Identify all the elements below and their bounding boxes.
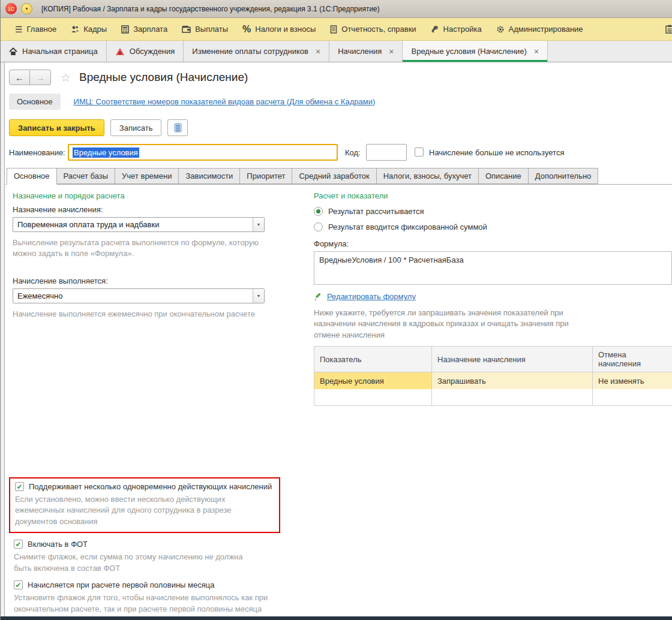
chevron-down-icon[interactable]: ▼ [253, 289, 264, 303]
form-tab-opisanie[interactable]: Описание [479, 168, 529, 184]
section-menu-bar: ☰ Главное Кадры Зарплата Выплаты % Налог… [1, 18, 672, 41]
purpose-label: Назначение начисления: [13, 205, 289, 214]
list-button[interactable] [167, 119, 188, 136]
clipboard-icon[interactable] [665, 25, 672, 34]
cell-assignment[interactable]: Запрашивать [432, 372, 593, 389]
discussion-warning-icon: А [115, 47, 125, 56]
menu-item-vyplaty[interactable]: Выплаты [176, 21, 234, 37]
list-icon [174, 123, 182, 133]
percent-icon: % [242, 25, 251, 34]
cell-cancellation[interactable]: Не изменять [593, 372, 672, 389]
form-tab-uchet-vremeni[interactable]: Учет времени [115, 168, 179, 184]
save-button[interactable]: Записать [110, 119, 162, 136]
option-include-fot: ✔ Включать в ФОТ Снимите флажок, если су… [14, 540, 289, 574]
menu-item-administrirovanie[interactable]: Администрирование [490, 21, 589, 37]
menu-item-otchetnost[interactable]: Отчетность, справки [324, 21, 422, 37]
cell-indicator[interactable]: Вредные условия [314, 372, 432, 389]
tab-home[interactable]: Начальная страница [1, 41, 107, 62]
radio-result-calculated[interactable]: Результат рассчитывается [314, 207, 672, 216]
checked-checkbox[interactable]: ✔ [14, 540, 23, 549]
edit-formula-link[interactable]: Редактировать формулу [327, 292, 416, 301]
form-tab-osnovnoe[interactable]: Основное [7, 168, 57, 185]
menu-item-nastroika[interactable]: Настройка [425, 21, 488, 37]
main-menu-arrow-button[interactable]: ▼ [21, 3, 32, 14]
checked-checkbox[interactable]: ✔ [15, 482, 24, 491]
form-tab-raschet-bazy[interactable]: Расчет базы [57, 168, 116, 184]
form-tab-sredniy-zarabotok[interactable]: Средний заработок [292, 168, 376, 184]
form-tab-nalogi[interactable]: Налоги, взносы, бухучет [377, 168, 479, 184]
form-tab-dopolnitelno[interactable]: Дополнительно [529, 168, 599, 184]
tab-label: Вредные условия (Начисление) [411, 47, 526, 56]
command-bar: Записать и закрыть Записать [9, 119, 672, 137]
purpose-column: Назначение и порядок расчета Назначение … [13, 191, 289, 320]
calculation-section-title: Расчет и показатели [314, 191, 672, 200]
navigation-row: ← → ☆ Вредные условия (Начисление) [9, 68, 672, 86]
menu-item-label: Администрирование [509, 25, 583, 34]
reports-icon [330, 25, 337, 34]
multiple-accruals-checkbox-row[interactable]: ✔ Поддерживает несколько одновременно де… [15, 482, 274, 491]
performed-label: Начисление выполняется: [13, 276, 289, 285]
menu-item-label: Отчетность, справки [341, 25, 416, 34]
radio-selected-icon [314, 207, 323, 216]
forward-button[interactable]: → [30, 70, 51, 85]
code-input[interactable] [366, 144, 407, 161]
menu-item-glavnoe[interactable]: ☰ Главное [9, 21, 62, 37]
svg-text:А: А [118, 50, 122, 56]
tab-vrednye-usloviya[interactable]: Вредные условия (Начисление) × [403, 41, 548, 62]
name-input[interactable]: Вредные условия [68, 144, 338, 161]
purpose-hint: Вычисление результата расчета выполняетс… [13, 237, 272, 260]
close-icon[interactable]: × [389, 47, 394, 56]
tab-label: Начисления [338, 47, 382, 56]
tab-discussions[interactable]: А Обсуждения [107, 41, 184, 62]
col-header-indicator[interactable]: Показатель [314, 347, 432, 372]
section-main-chip[interactable]: Основное [9, 94, 61, 110]
chevron-down-icon[interactable]: ▼ [253, 218, 264, 231]
salary-icon [121, 25, 129, 34]
favorite-star-icon[interactable]: ☆ [61, 71, 71, 85]
tab-label: Начальная страница [22, 47, 98, 56]
name-value-selected: Вредные условия [73, 148, 139, 158]
checkbox-label: Начисляется при расчете первой половины … [28, 580, 214, 589]
tab-izmenenie-oplaty[interactable]: Изменение оплаты сотрудников × [184, 41, 329, 62]
payments-icon [182, 25, 191, 33]
form-tab-prioritet[interactable]: Приоритет [240, 168, 292, 184]
tab-nachisleniya[interactable]: Начисления × [329, 41, 403, 62]
radio-label: Результат вводится фиксированной суммой [328, 222, 487, 231]
back-button[interactable]: ← [9, 70, 30, 85]
menu-item-nalogi[interactable]: % Налоги и взносы [236, 21, 322, 38]
col-header-cancellation[interactable]: Отмена начисления [593, 347, 672, 372]
menu-item-label: Зарплата [133, 25, 167, 34]
performed-value: Ежемесячно [13, 289, 253, 303]
indicators-table: Показатель Назначение начисления Отмена … [314, 346, 672, 406]
tab-page-osnovnoe: Назначение и порядок расчета Назначение … [5, 184, 672, 620]
option-first-half-month: ✔ Начисляется при расчете первой половин… [14, 580, 289, 615]
include-fot-hint: Снимите флажок, если сумма по этому начи… [14, 552, 249, 574]
save-and-close-button[interactable]: Записать и закрыть [9, 119, 104, 136]
menu-item-label: Главное [27, 25, 57, 34]
close-icon[interactable]: × [534, 47, 539, 56]
formula-input[interactable]: ВредныеУсловия / 100 * РасчетнаяБаза [314, 251, 672, 285]
home-icon [9, 47, 17, 56]
purpose-value: Повременная оплата труда и надбавки [13, 218, 253, 231]
radio-result-fixed[interactable]: Результат вводится фиксированной суммой [314, 222, 672, 231]
menu-item-kadry[interactable]: Кадры [65, 21, 113, 37]
not-used-checkbox[interactable] [415, 148, 424, 156]
performed-select[interactable]: Ежемесячно ▼ [13, 288, 265, 303]
not-used-label: Начисление больше не используется [429, 148, 564, 157]
imts-link[interactable]: ИМЦ: Соответствие номеров показателей ви… [74, 97, 376, 106]
form-tab-zavisimosti[interactable]: Зависимости [179, 168, 240, 184]
open-windows-tabbar: Начальная страница А Обсуждения Изменени… [1, 41, 672, 62]
col-header-assignment[interactable]: Назначение начисления [432, 347, 593, 372]
header-fields-row: Наименование: Вредные условия Код: Начис… [5, 144, 672, 162]
checked-checkbox[interactable]: ✔ [14, 580, 23, 589]
menu-item-label: Налоги и взносы [255, 25, 316, 34]
menu-item-label: Выплаты [195, 25, 228, 34]
window-left-border [1, 62, 5, 620]
sections-icon: ☰ [15, 25, 23, 34]
table-row[interactable]: Вредные условия Запрашивать Не изменять [314, 372, 672, 389]
close-icon[interactable]: × [316, 47, 320, 56]
first-half-checkbox-row[interactable]: ✔ Начисляется при расчете первой половин… [14, 580, 289, 589]
purpose-select[interactable]: Повременная оплата труда и надбавки ▼ [13, 217, 265, 232]
menu-item-zarplata[interactable]: Зарплата [115, 21, 173, 37]
include-fot-checkbox-row[interactable]: ✔ Включать в ФОТ [14, 540, 289, 549]
